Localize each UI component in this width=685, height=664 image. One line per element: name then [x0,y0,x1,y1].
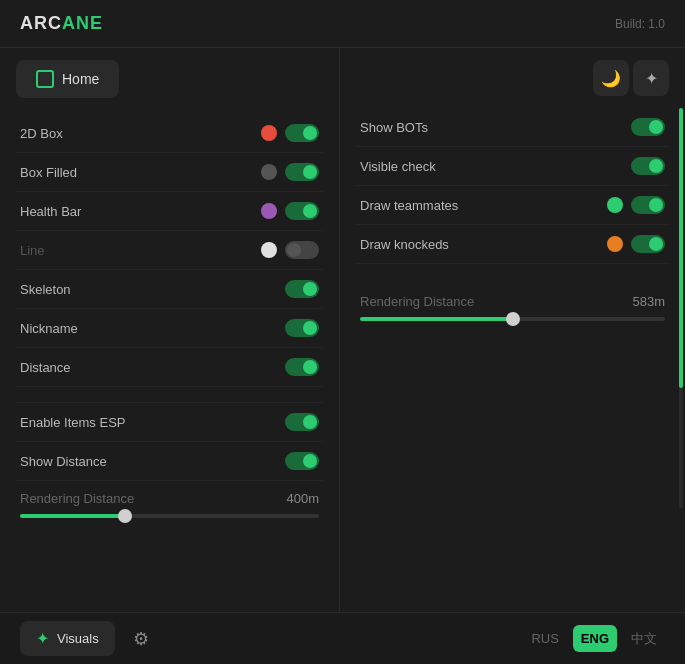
slider-thumb-right[interactable] [506,312,520,326]
controls-distance [285,358,319,376]
logo-arc: ARC [20,13,62,33]
visuals-icon: ✦ [36,629,49,648]
color-2d-box[interactable] [261,125,277,141]
slider-thumb-left[interactable] [118,509,132,523]
left-settings-list: 2D Box Box Filled [16,114,323,387]
toggle-health-bar[interactable] [285,202,319,220]
rendering-value-right: 583m [632,294,665,309]
logo-ane: ANE [62,13,103,33]
setting-row-distance: Distance [16,348,323,387]
toggle-distance[interactable] [285,358,319,376]
setting-row-health-bar: Health Bar [16,192,323,231]
slider-fill-left [20,514,125,518]
setting-row-nickname: Nickname [16,309,323,348]
setting-row-2d-box: 2D Box [16,114,323,153]
toggle-draw-knocks[interactable] [631,235,665,253]
header: ARCANE Build: 1.0 [0,0,685,48]
settings-button[interactable]: ⚙ [127,622,155,656]
toggle-box-filled[interactable] [285,163,319,181]
theme-light-button[interactable]: ✦ [633,60,669,96]
footer-left: ✦ Visuals ⚙ [20,621,155,656]
right-panel: 🌙 ✦ Show BOTs Visible check [340,48,685,612]
color-health-bar[interactable] [261,203,277,219]
label-skeleton: Skeleton [20,282,71,297]
controls-visible-check [631,157,665,175]
label-box-filled: Box Filled [20,165,77,180]
lang-buttons: RUS ENG 中文 [523,624,665,654]
controls-nickname [285,319,319,337]
logo: ARCANE [20,13,103,34]
home-label: Home [62,71,99,87]
label-distance: Distance [20,360,71,375]
setting-row-skeleton: Skeleton [16,270,323,309]
label-2d-box: 2D Box [20,126,63,141]
label-draw-knocks: Draw knockeds [360,237,449,252]
controls-skeleton [285,280,319,298]
items-esp-settings: Enable Items ESP Show Distance [16,403,323,481]
theme-dark-button[interactable]: 🌙 [593,60,629,96]
label-visible-check: Visible check [360,159,436,174]
toggle-enable-items-esp[interactable] [285,413,319,431]
label-show-bots: Show BOTs [360,120,428,135]
controls-health-bar [261,202,319,220]
visuals-button[interactable]: ✦ Visuals [20,621,115,656]
controls-2d-box [261,124,319,142]
label-nickname: Nickname [20,321,78,336]
app-container: ARCANE Build: 1.0 Home 2D Box [0,0,685,664]
setting-row-draw-teammates: Draw teammates [356,186,669,225]
toggle-draw-teammates[interactable] [631,196,665,214]
lang-zh-button[interactable]: 中文 [623,624,665,654]
slider-fill-right [360,317,513,321]
build-label: Build: 1.0 [615,17,665,31]
rendering-distance-right: Rendering Distance 583m [356,284,669,331]
rendering-value-left: 400m [286,491,319,506]
divider-1 [16,387,323,403]
right-settings-list: Show BOTs Visible check [356,108,669,331]
rendering-header-right: Rendering Distance 583m [360,294,665,309]
slider-track-right[interactable] [360,317,665,321]
setting-row-enable-items-esp: Enable Items ESP [16,403,323,442]
toggle-skeleton[interactable] [285,280,319,298]
controls-show-distance [285,452,319,470]
color-draw-knocks[interactable] [607,236,623,252]
setting-row-line: Line [16,231,323,270]
color-box-filled[interactable] [261,164,277,180]
controls-enable-items-esp [285,413,319,431]
home-icon [36,70,54,88]
footer: ✦ Visuals ⚙ RUS ENG 中文 [0,612,685,664]
scrollbar-right[interactable] [679,108,683,508]
label-line: Line [20,243,45,258]
label-enable-items-esp: Enable Items ESP [20,415,126,430]
toggle-2d-box[interactable] [285,124,319,142]
setting-row-visible-check: Visible check [356,147,669,186]
label-draw-teammates: Draw teammates [360,198,458,213]
label-show-distance: Show Distance [20,454,107,469]
color-draw-teammates[interactable] [607,197,623,213]
label-health-bar: Health Bar [20,204,81,219]
toggle-visible-check[interactable] [631,157,665,175]
left-panel: Home 2D Box Box Filled [0,48,340,612]
scrollbar-thumb-right[interactable] [679,108,683,388]
rendering-label-left: Rendering Distance [20,491,134,506]
controls-box-filled [261,163,319,181]
lang-eng-button[interactable]: ENG [573,625,617,652]
theme-controls: 🌙 ✦ [593,60,669,96]
rendering-header-left: Rendering Distance 400m [20,491,319,506]
toggle-nickname[interactable] [285,319,319,337]
controls-show-bots [631,118,665,136]
setting-row-draw-knocks: Draw knockeds [356,225,669,264]
toggle-show-distance[interactable] [285,452,319,470]
toggle-show-bots[interactable] [631,118,665,136]
controls-draw-teammates [607,196,665,214]
color-line[interactable] [261,242,277,258]
home-button[interactable]: Home [16,60,119,98]
nav-bar: Home [16,60,323,98]
slider-track-left[interactable] [20,514,319,518]
toggle-line[interactable] [285,241,319,259]
controls-draw-knocks [607,235,665,253]
lang-rus-button[interactable]: RUS [523,625,566,652]
main-content: Home 2D Box Box Filled [0,48,685,612]
rendering-distance-left: Rendering Distance 400m [16,481,323,528]
controls-line [261,241,319,259]
setting-row-show-bots: Show BOTs [356,108,669,147]
